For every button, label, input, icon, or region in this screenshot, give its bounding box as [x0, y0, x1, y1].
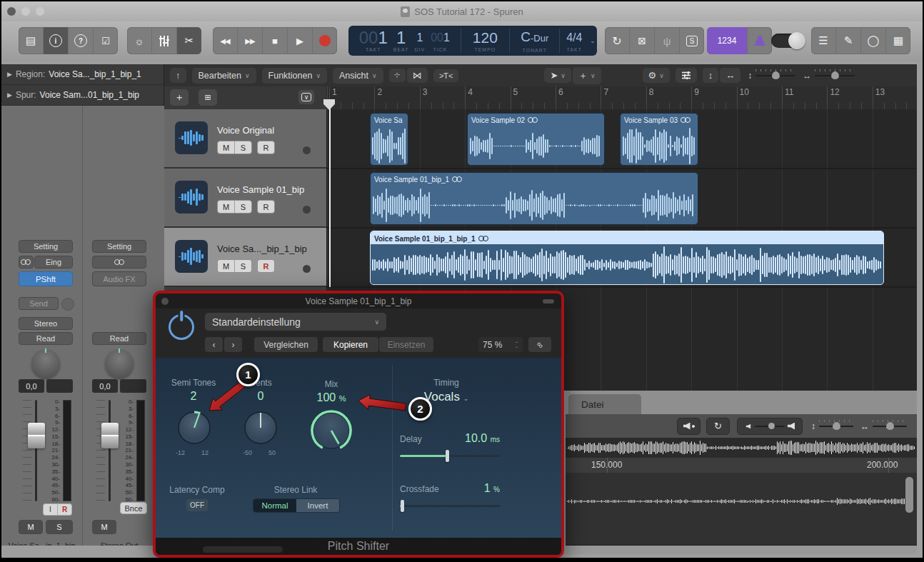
note-pad-button[interactable]: ✎ [836, 27, 861, 54]
track-header-voice-sample-01-bip[interactable]: Voice Sample 01_bip MSR [164, 169, 326, 228]
track-header-config-button[interactable]: ∨ [298, 90, 314, 104]
menu-bearbeiten[interactable]: Bearbeiten∨ [192, 68, 256, 84]
region-voice-sample-01-bip-1-bip-1[interactable]: Voice Sample 01_bip_1_bip_1 [370, 231, 884, 285]
automation-button[interactable]: ⸭ [389, 69, 406, 82]
metronome-button[interactable] [748, 27, 772, 54]
cs2-pan-knob[interactable] [105, 349, 134, 378]
record-button[interactable] [313, 27, 337, 54]
cs1-mute-button[interactable]: M [19, 520, 43, 534]
record-enable-button[interactable]: R [257, 259, 275, 273]
prelisten-button[interactable] [677, 418, 700, 435]
crossfade-slider[interactable] [400, 505, 500, 507]
cs1-send-button[interactable]: Send [19, 297, 59, 310]
latency-comp-off-button[interactable]: OFF [186, 499, 208, 511]
paste-button[interactable]: Einsetzen [379, 337, 433, 352]
amount-stepper[interactable]: 75 %⌃⌄ [478, 337, 523, 352]
cs1-output-button[interactable]: Stereo [19, 317, 73, 330]
track-header-voice-original[interactable]: Voice Original MSR [164, 109, 326, 169]
menu-ansicht[interactable]: Ansicht∨ [333, 68, 383, 84]
mix-knob[interactable] [308, 408, 354, 453]
record-enable-button[interactable]: R [257, 141, 275, 154]
region-voice-sample-02[interactable]: Voice Sample 02 [467, 113, 605, 166]
cs2-fader-handle[interactable] [101, 423, 119, 448]
solo-button[interactable]: S [235, 260, 251, 272]
vertical-zoom-slider[interactable]: ↕ [748, 71, 795, 81]
master-volume-toggle[interactable] [771, 34, 804, 48]
library-button[interactable]: ▤ [19, 27, 44, 54]
quick-help-button[interactable]: ? [69, 27, 94, 54]
file-vertical-zoom-slider[interactable]: ↕ [811, 421, 853, 431]
mute-button[interactable]: M [218, 201, 235, 213]
quick-swipe-button[interactable]: ☼ [127, 27, 152, 54]
horizontal-zoom-slider[interactable]: ↔ [803, 71, 855, 81]
file-cycle-button[interactable]: ↻ [706, 418, 730, 435]
mute-button[interactable]: M [218, 260, 235, 272]
cs1-automation-button[interactable]: Read [19, 332, 73, 345]
cs2-automation-button[interactable]: Read [92, 332, 146, 345]
cs1-pan-knob[interactable] [31, 349, 60, 378]
play-button[interactable]: ▶ [288, 27, 313, 54]
preset-dropdown[interactable]: Standardeinstellung∨ [205, 313, 386, 331]
region-voice-sample-03[interactable]: Voice Sample 03 [620, 113, 698, 166]
solo-button[interactable]: S [235, 201, 251, 213]
vertical-auto-zoom-button[interactable]: ↕ [703, 68, 719, 83]
track-header-voice-sa-bip-1-bip[interactable]: Voice Sa..._bip_1_bip MSR [164, 228, 326, 287]
add-track-button[interactable]: ＋ [170, 89, 189, 106]
record-enable-button[interactable]: R [257, 200, 275, 214]
pointer-tool-button[interactable]: ➤∨ [544, 68, 571, 83]
disclosure-triangle-icon[interactable]: ▶ [7, 91, 12, 99]
region-inspector-header[interactable]: ▶ Region: Voice Sa..._bip_1_bip_1 [1, 64, 164, 85]
cs2-audio-fx-button[interactable]: Audio FX [92, 271, 146, 286]
link-button[interactable]: ∞ [528, 337, 551, 352]
cs2-fader-track[interactable] [109, 400, 111, 501]
plugin-close-button[interactable] [161, 298, 169, 305]
solo-button[interactable]: S [235, 141, 251, 154]
cs2-mute-button[interactable]: M [92, 520, 116, 534]
cs1-fader-track[interactable] [35, 400, 37, 501]
cs1-solo-button[interactable]: S [46, 520, 73, 534]
stop-button[interactable]: ■ [263, 27, 288, 54]
tab-datei[interactable]: Datei [568, 394, 641, 414]
stereo-link-normal-button[interactable]: Normal [253, 499, 296, 512]
gear-menu-button[interactable]: ⚙∨ [643, 68, 670, 83]
mixer-button[interactable] [152, 27, 177, 54]
file-overview-waveform[interactable] [566, 438, 917, 458]
cs1-fader-handle[interactable] [28, 423, 45, 448]
duplicate-track-button[interactable]: ⊞ [199, 89, 217, 106]
media-browser-button[interactable]: ▦ [886, 27, 910, 54]
snap-button[interactable]: >Ƭ< [433, 69, 459, 82]
solo-button[interactable]: S [680, 27, 704, 54]
volume-slider[interactable] [737, 418, 803, 435]
list-editors-button[interactable]: ☰ [811, 27, 836, 54]
autopunch-button[interactable]: ⊠ [630, 27, 655, 54]
cs1-input-monitor-button[interactable]: I [44, 504, 58, 515]
file-sample-ruler[interactable]: 150.000 200.000 [566, 458, 917, 473]
cs2-bounce-button[interactable]: Bnce [120, 502, 147, 514]
horizontal-auto-zoom-button[interactable]: ↔ [720, 68, 740, 83]
cs1-setting-button[interactable]: Setting [19, 240, 73, 253]
cs2-peak-value[interactable] [120, 379, 146, 393]
tuner-button[interactable]: ψ [655, 27, 680, 54]
track-inspector-header[interactable]: ▶ Spur: Voice Sam...01_bip_1_bip [1, 85, 164, 106]
disclosure-triangle-icon[interactable]: ▶ [7, 71, 12, 78]
copy-button[interactable]: Kopieren [323, 337, 378, 352]
cs1-input-button[interactable]: Eing [34, 256, 73, 269]
loop-browser-button[interactable]: ◯ [861, 27, 886, 54]
cs2-input-format-button[interactable] [92, 256, 146, 269]
next-preset-button[interactable]: › [224, 337, 242, 352]
cs1-insert-pshft-button[interactable]: PShft [19, 271, 73, 286]
lcd-chevron-icon[interactable]: ⌄ [588, 26, 597, 56]
secondary-tool-button[interactable]: ＋∨ [573, 67, 601, 84]
power-button[interactable] [169, 314, 194, 340]
prev-preset-button[interactable]: ‹ [205, 337, 223, 352]
cs1-peak-value[interactable] [46, 379, 73, 393]
cs2-volume-value[interactable]: 0,0 [92, 379, 118, 393]
region-voice-sample-01-bip-1[interactable]: Voice Sample 01_bip_1 [370, 172, 698, 225]
flex-button[interactable]: ⋈ [407, 68, 428, 83]
count-in-button[interactable]: 1234 [707, 27, 748, 54]
file-waveform-lane[interactable] [566, 473, 917, 530]
rewind-button[interactable]: ◀◀ [213, 27, 238, 54]
plugin-window-titlebar[interactable]: Voice Sample 01_bip_1_bip [156, 293, 561, 308]
mute-button[interactable]: M [218, 141, 235, 154]
stereo-link-invert-button[interactable]: Invert [296, 499, 339, 512]
